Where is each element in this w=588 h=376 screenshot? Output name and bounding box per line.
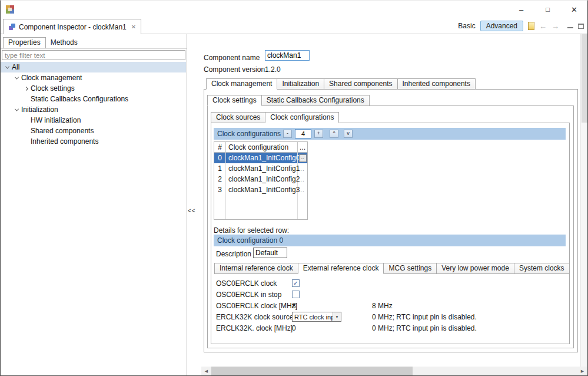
tree-item-inherited-components[interactable]: Inherited components: [1, 136, 186, 147]
tree-item-initialization[interactable]: Initialization: [1, 104, 186, 115]
properties-tree: AllClock managementClock settingsStatic …: [1, 62, 186, 147]
new-document-icon[interactable]: [528, 22, 534, 30]
vertical-scrollbar-thumb[interactable]: [582, 34, 587, 123]
tree-item-label: All: [12, 63, 19, 71]
tab-initialization[interactable]: Initialization: [277, 78, 324, 90]
editor-tab-component-inspector[interactable]: Component Inspector - clockMan1 ✕: [3, 19, 141, 34]
property-checkbox[interactable]: ✓: [292, 279, 300, 287]
row-name-cell: clockMan1_InitConfig2: [226, 174, 298, 184]
forward-arrow-icon[interactable]: →: [552, 22, 559, 30]
table-row[interactable]: 2clockMan1_InitConfig2..: [214, 174, 307, 184]
tree-item-shared-components[interactable]: Shared components: [1, 126, 186, 136]
window-maximize-button[interactable]: □: [534, 1, 561, 18]
row-action-cell: ..: [298, 174, 307, 184]
property-value[interactable]: 0: [292, 324, 296, 332]
panel-tab-divider: [1, 48, 187, 49]
source-tabs: Clock sourcesClock configurations: [211, 112, 338, 123]
row-action-button[interactable]: ..: [300, 187, 305, 193]
move-up-button[interactable]: ^: [330, 130, 338, 138]
row-action-cell: ..: [298, 153, 307, 163]
window-close-button[interactable]: ✕: [561, 1, 587, 18]
app-icon: [5, 5, 15, 14]
maximize-view-icon[interactable]: [578, 24, 584, 29]
property-comment: 0 MHz; RTC input pin is disabled.: [372, 324, 477, 332]
collapse-panel-button[interactable]: <<: [188, 207, 196, 214]
table-row[interactable]: 0clockMan1_InitConfig0..: [214, 153, 307, 163]
tab-clock-sources[interactable]: Clock sources: [211, 112, 265, 123]
property-checkbox[interactable]: [292, 291, 300, 298]
description-input[interactable]: [253, 248, 287, 258]
property-value[interactable]: 8: [292, 302, 296, 310]
chevron-down-icon: ▼: [333, 312, 341, 321]
tab-static-callbacks-configurations[interactable]: Static Callbacks Configurations: [261, 95, 370, 106]
tree-item-label: Static Callbacks Configurations: [31, 95, 128, 103]
chevron-down-icon[interactable]: [3, 63, 11, 71]
column-header-index: #: [214, 142, 226, 152]
horizontal-scrollbar-thumb[interactable]: [211, 367, 413, 376]
tree-item-static-callbacks-configurations[interactable]: Static Callbacks Configurations: [1, 94, 186, 104]
component-name-label: Component name: [204, 54, 260, 62]
move-down-button[interactable]: v: [344, 130, 353, 138]
row-name-cell: clockMan1_InitConfig1: [226, 163, 298, 174]
scroll-right-icon[interactable]: ▶: [577, 367, 587, 376]
row-index-cell: 3: [214, 184, 226, 195]
config-count-input[interactable]: [295, 129, 311, 138]
detail-properties: OSC0ERCLK clock✓OSC0ERCLK in stopOSC0ERC…: [216, 278, 564, 334]
horizontal-scrollbar[interactable]: ◀ ▶: [201, 367, 587, 376]
tab-clock-settings[interactable]: Clock settings: [207, 95, 262, 106]
vertical-scrollbar[interactable]: [580, 34, 587, 367]
clock-configurations-title: Clock configurations: [214, 130, 281, 138]
tab-inherited-components[interactable]: Inherited components: [397, 78, 476, 90]
tab-system-clocks[interactable]: System clocks: [514, 263, 570, 274]
scroll-left-icon[interactable]: ◀: [201, 367, 211, 376]
chevron-down-icon[interactable]: [12, 74, 21, 82]
remove-config-button[interactable]: -: [283, 130, 292, 138]
row-action-button[interactable]: ..: [299, 154, 307, 162]
description-label: Description: [216, 250, 251, 258]
tree-item-hw-initialization[interactable]: HW initialization: [1, 115, 186, 126]
minimize-view-icon[interactable]: [567, 24, 573, 28]
tab-methods[interactable]: Methods: [45, 37, 83, 48]
tree-item-all[interactable]: All: [1, 62, 186, 72]
filter-input[interactable]: [2, 50, 185, 60]
component-name-input[interactable]: [265, 50, 310, 61]
basic-mode-button[interactable]: Basic: [458, 22, 475, 30]
tree-item-clock-settings[interactable]: Clock settings: [1, 83, 186, 94]
selected-config-title: Clock configuration 0: [214, 236, 283, 245]
property-label: OSC0ERCLK clock: [216, 279, 292, 288]
properties-panel: PropertiesMethods AllClock managementClo…: [1, 34, 187, 375]
property-select[interactable]: RTC clock inpu▼: [292, 312, 341, 322]
tree-item-clock-management[interactable]: Clock management: [1, 72, 186, 83]
chevron-down-icon[interactable]: [12, 105, 21, 114]
row-action-button[interactable]: ..: [300, 176, 305, 183]
tab-shared-components[interactable]: Shared components: [324, 78, 397, 90]
property-row-erclk32k-clock-mhz: ERCLK32K. clock [MHz]00 MHz; RTC input p…: [216, 322, 564, 334]
column-header-actions: ...: [298, 142, 307, 152]
property-comment: 0 MHz; RTC input pin is disabled.: [372, 313, 477, 321]
left-panel-tabs: PropertiesMethods: [3, 37, 82, 48]
row-index-cell: 2: [214, 174, 226, 184]
tree-item-label: Initialization: [21, 105, 58, 114]
table-header-row: #Clock configuration...: [214, 142, 307, 153]
add-config-button[interactable]: +: [314, 130, 323, 138]
table-row[interactable]: 1clockMan1_InitConfig1..: [214, 163, 307, 174]
close-icon[interactable]: ✕: [131, 24, 136, 30]
table-row[interactable]: 3clockMan1_InitConfig3..: [214, 184, 307, 195]
tab-properties[interactable]: Properties: [3, 37, 46, 48]
tab-external-reference-clock[interactable]: External reference clock: [298, 263, 384, 274]
clock-configurations-header: Clock configurations - + ^ v: [214, 128, 566, 140]
tab-very-low-power-mode[interactable]: Very low power mode: [436, 263, 514, 274]
editor-tab-label: Component Inspector - clockMan1: [19, 23, 127, 31]
tab-clock-management[interactable]: Clock management: [206, 78, 277, 90]
chevron-right-icon[interactable]: [22, 84, 30, 93]
property-label: OSC0ERCLK clock [MHz]: [216, 302, 292, 310]
row-action-button[interactable]: ..: [300, 166, 305, 172]
advanced-mode-button[interactable]: Advanced: [480, 21, 523, 31]
tab-clock-configurations[interactable]: Clock configurations: [265, 112, 339, 123]
property-label: OSC0ERCLK in stop: [216, 291, 292, 299]
back-arrow-icon[interactable]: ←: [539, 22, 547, 30]
component-icon: [8, 23, 16, 31]
window-minimize-button[interactable]: –: [508, 1, 534, 18]
tab-mcg-settings[interactable]: MCG settings: [383, 263, 437, 274]
tab-internal-reference-clock[interactable]: Internal reference clock: [214, 263, 298, 274]
